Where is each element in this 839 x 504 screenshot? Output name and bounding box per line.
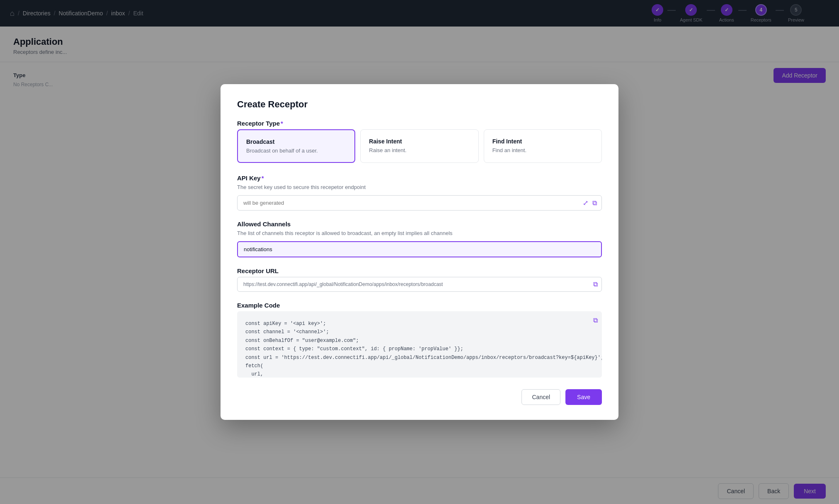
api-key-input[interactable] xyxy=(237,195,602,211)
allowed-channels-section: Allowed Channels The list of channels th… xyxy=(237,220,602,257)
code-block: const apiKey = '<api key>';const channel… xyxy=(237,311,602,378)
modal-footer: Cancel Save xyxy=(237,389,602,405)
allowed-channels-desc: The list of channels this receptor is al… xyxy=(237,230,602,236)
code-line: fetch( xyxy=(245,362,594,370)
copy-api-key-icon[interactable]: ⧉ xyxy=(592,199,598,208)
code-line: const context = { type: "custom.context"… xyxy=(245,345,594,353)
receptor-url-wrap: ⧉ xyxy=(237,277,602,292)
api-key-icons: ⤢ ⧉ xyxy=(582,198,598,208)
modal-overlay: Create Receptor Receptor Type* Broadcast… xyxy=(0,0,839,504)
code-line: const channel = '<channel>'; xyxy=(245,328,594,336)
modal-save-button[interactable]: Save xyxy=(565,389,602,405)
receptor-url-input[interactable] xyxy=(237,277,602,292)
card-title: Broadcast xyxy=(246,138,346,145)
copy-code-icon[interactable]: ⧉ xyxy=(593,315,598,327)
card-title: Raise Intent xyxy=(369,138,470,145)
receptor-type-card-broadcast[interactable]: Broadcast Broadcast on behalf of a user. xyxy=(237,129,355,163)
receptor-url-label: Receptor URL xyxy=(237,267,602,274)
example-code-label: Example Code xyxy=(237,302,602,309)
card-desc: Find an intent. xyxy=(492,147,593,153)
receptor-type-label: Receptor Type* xyxy=(237,120,602,127)
receptor-type-card-raise-intent[interactable]: Raise Intent Raise an intent. xyxy=(360,129,478,163)
card-title: Find Intent xyxy=(492,138,593,145)
modal-cancel-button[interactable]: Cancel xyxy=(521,389,560,405)
code-line: const url = 'https://test.dev.connectifi… xyxy=(245,354,594,362)
modal-title: Create Receptor xyxy=(237,99,602,110)
card-desc: Raise an intent. xyxy=(369,147,470,153)
receptor-type-section: Receptor Type* Broadcast Broadcast on be… xyxy=(237,120,602,163)
api-key-input-wrap: ⤢ ⧉ xyxy=(237,195,602,211)
receptor-type-card-find-intent[interactable]: Find Intent Find an intent. xyxy=(484,129,602,163)
receptor-url-section: Receptor URL ⧉ xyxy=(237,267,602,292)
example-code-section: Example Code const apiKey = '<api key>';… xyxy=(237,302,602,378)
api-key-label: API Key* xyxy=(237,174,602,182)
expand-icon[interactable]: ⤢ xyxy=(582,198,589,208)
create-receptor-modal: Create Receptor Receptor Type* Broadcast… xyxy=(221,84,618,420)
code-line: url, xyxy=(245,370,594,378)
api-key-section: API Key* The secret key used to secure t… xyxy=(237,174,602,211)
api-key-desc: The secret key used to secure this recep… xyxy=(237,184,602,190)
code-line: const apiKey = '<api key>'; xyxy=(245,320,594,328)
code-line: const onBehalfOf = "user@example.com"; xyxy=(245,337,594,345)
receptor-type-grid: Broadcast Broadcast on behalf of a user.… xyxy=(237,129,602,163)
allowed-channels-input[interactable] xyxy=(237,241,602,257)
allowed-channels-label: Allowed Channels xyxy=(237,220,602,228)
copy-url-icon[interactable]: ⧉ xyxy=(593,281,598,288)
required-indicator: * xyxy=(281,120,283,127)
card-desc: Broadcast on behalf of a user. xyxy=(246,148,346,154)
